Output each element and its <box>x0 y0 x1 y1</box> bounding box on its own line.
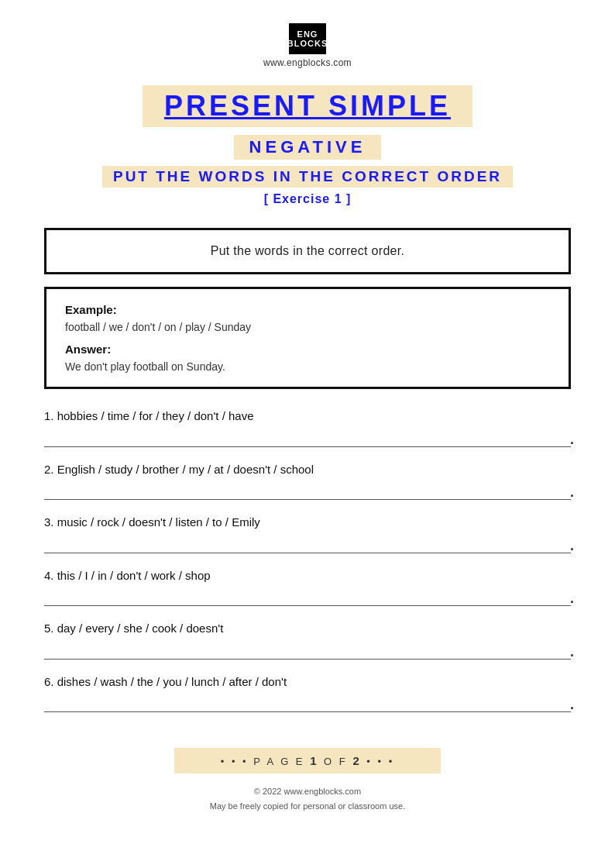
question-words-4: this / I / in / don't / work / shop <box>57 569 211 582</box>
page-current: 1 <box>310 754 318 767</box>
logo-line1: ENG <box>297 29 318 39</box>
website-url: www.engblocks.com <box>263 57 352 68</box>
answer-line-5: . <box>44 644 571 660</box>
question-text-2: 2. English / study / brother / my / at /… <box>44 461 571 479</box>
logo-box: ENG BLOCKS <box>289 23 326 54</box>
question-text-3: 3. music / rock / doesn't / listen / to … <box>44 514 571 532</box>
answer-label: Answer: <box>65 343 550 356</box>
footer-copyright: © 2022 www.engblocks.com May be freely c… <box>210 784 406 813</box>
question-words-1: hobbies / time / for / they / don't / ha… <box>57 409 254 422</box>
answer-line-6: . <box>44 697 571 712</box>
question-number-6: 6. <box>44 675 54 688</box>
question-text-1: 1. hobbies / time / for / they / don't /… <box>44 408 571 425</box>
question-item-3: 3. music / rock / doesn't / listen / to … <box>44 514 571 553</box>
example-label: Example: <box>65 303 550 316</box>
question-text-6: 6. dishes / wash / the / you / lunch / a… <box>44 673 571 691</box>
question-text-4: 4. this / I / in / don't / work / shop <box>44 567 571 585</box>
question-item-1: 1. hobbies / time / for / they / don't /… <box>44 408 571 447</box>
question-item-2: 2. English / study / brother / my / at /… <box>44 461 571 501</box>
example-words: football / we / don't / on / play / Sund… <box>65 321 550 333</box>
title-main: PRESENT SIMPLE <box>143 85 472 127</box>
title-section: PRESENT SIMPLE NEGATIVE PUT THE WORDS IN… <box>39 85 576 206</box>
question-item-4: 4. this / I / in / don't / work / shop . <box>44 567 571 607</box>
page: ENG BLOCKS www.engblocks.com PRESENT SIM… <box>0 0 615 868</box>
page-prefix: • • • P A G E <box>221 756 310 767</box>
question-words-6: dishes / wash / the / you / lunch / afte… <box>57 675 287 688</box>
question-number-1: 1. <box>44 409 54 422</box>
title-sub: NEGATIVE <box>234 135 382 160</box>
page-total: 2 <box>352 754 361 767</box>
question-words-3: music / rock / doesn't / listen / to / E… <box>57 515 260 529</box>
question-text-5: 5. day / every / she / cook / doesn't <box>44 620 571 638</box>
question-item-5: 5. day / every / she / cook / doesn't . <box>44 620 571 660</box>
title-instruction: PUT THE WORDS IN THE CORRECT ORDER <box>102 166 513 188</box>
question-words-5: day / every / she / cook / doesn't <box>57 622 224 635</box>
instruction-text: Put the words in the correct order. <box>70 244 545 258</box>
questions-section: 1. hobbies / time / for / they / don't /… <box>44 408 571 726</box>
answer-line-3: . <box>44 538 571 553</box>
question-number-5: 5. <box>44 622 54 635</box>
answer-text: We don't play football on Sunday. <box>65 360 550 373</box>
instruction-box: Put the words in the correct order. <box>44 228 571 274</box>
answer-line-2: . <box>44 484 571 500</box>
logo-area: ENG BLOCKS www.engblocks.com <box>263 23 352 68</box>
exercise-label: [ Exercise 1 ] <box>264 192 352 205</box>
page-suffix: • • • <box>362 756 395 767</box>
question-words-2: English / study / brother / my / at / do… <box>57 463 314 476</box>
question-number-4: 4. <box>44 569 54 582</box>
page-of: O F <box>319 756 353 767</box>
question-item-6: 6. dishes / wash / the / you / lunch / a… <box>44 673 571 713</box>
answer-line-4: . <box>44 591 571 606</box>
page-number-box: • • • P A G E 1 O F 2 • • • <box>174 748 441 773</box>
question-number-3: 3. <box>44 515 54 529</box>
answer-line-1: . <box>44 432 571 447</box>
copyright-line2: May be freely copied for personal or cla… <box>210 799 406 814</box>
example-box: Example: football / we / don't / on / pl… <box>44 287 571 389</box>
logo-line2: BLOCKS <box>287 39 328 48</box>
question-number-2: 2. <box>44 463 54 476</box>
copyright-line1: © 2022 www.engblocks.com <box>210 784 406 799</box>
